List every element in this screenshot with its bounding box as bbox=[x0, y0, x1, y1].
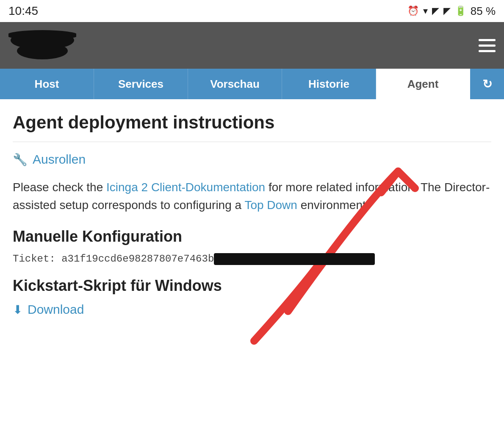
divider-1 bbox=[13, 142, 491, 142]
download-link-container: ⬇ Download bbox=[13, 302, 491, 317]
status-bar: 10:45 ⏰ ▾ ◤ ◤ 🔋 85 % bbox=[0, 0, 504, 22]
tab-host[interactable]: Host bbox=[0, 69, 94, 99]
description-text: Please check the Icinga 2 Client-Dokumen… bbox=[13, 179, 491, 214]
battery-icon: 🔋 bbox=[455, 6, 466, 17]
description-part3: environment. bbox=[297, 198, 369, 212]
section-title-kickstart: Kickstart-Skript für Windows bbox=[13, 277, 491, 295]
main-content: Agent deployment instructions 🔧 Ausrolle… bbox=[0, 99, 504, 329]
app-bar bbox=[0, 22, 504, 69]
tab-vorschau[interactable]: Vorschau bbox=[188, 69, 282, 99]
download-icon: ⬇ bbox=[13, 303, 22, 317]
alarm-icon: ⏰ bbox=[407, 6, 419, 17]
refresh-icon: ↻ bbox=[482, 77, 492, 91]
tab-services[interactable]: Services bbox=[94, 69, 188, 99]
logo-svg bbox=[8, 28, 76, 64]
page-title: Agent deployment instructions bbox=[13, 112, 491, 133]
tab-historie[interactable]: Historie bbox=[282, 69, 376, 99]
status-time: 10:45 bbox=[8, 4, 38, 18]
signal-icon1: ◤ bbox=[432, 6, 439, 17]
ausrollen-link-container: 🔧 Ausrollen bbox=[13, 152, 491, 167]
svg-point-1 bbox=[17, 42, 68, 59]
tab-agent[interactable]: Agent bbox=[376, 69, 470, 99]
description-part1: Please check the bbox=[13, 181, 106, 194]
section-title-manual: Manuelle Konfiguration bbox=[13, 228, 491, 245]
nav-tabs: Host Services Vorschau Historie Agent ↻ bbox=[0, 69, 504, 99]
battery-level: 85 % bbox=[471, 5, 496, 18]
ausrollen-link[interactable]: Ausrollen bbox=[33, 152, 86, 167]
icinga-doc-link[interactable]: Icinga 2 Client-Dokumentation bbox=[106, 181, 265, 194]
ticket-prefix: Ticket: a31f19ccd6e98287807e7463b bbox=[13, 254, 214, 265]
download-link[interactable]: Download bbox=[28, 302, 84, 317]
hamburger-menu-icon[interactable] bbox=[479, 39, 496, 52]
ticket-redaction bbox=[214, 253, 375, 265]
svg-point-2 bbox=[8, 30, 76, 40]
tab-refresh[interactable]: ↻ bbox=[470, 69, 504, 99]
app-logo bbox=[8, 28, 76, 64]
wifi-icon: ▾ bbox=[423, 6, 428, 17]
wrench-icon: 🔧 bbox=[13, 153, 28, 167]
status-icons: ⏰ ▾ ◤ ◤ 🔋 85 % bbox=[407, 5, 496, 18]
ticket-line: Ticket: a31f19ccd6e98287807e7463b bbox=[13, 253, 491, 265]
signal-icon2: ◤ bbox=[443, 6, 451, 17]
top-down-link[interactable]: Top Down bbox=[244, 198, 297, 212]
